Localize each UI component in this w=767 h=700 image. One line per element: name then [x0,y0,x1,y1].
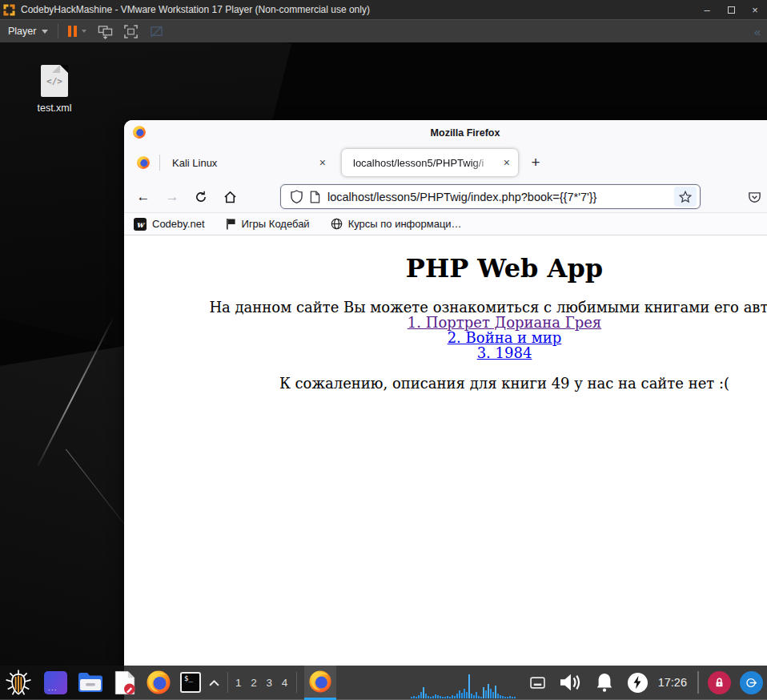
applications-menu-button[interactable] [0,666,37,700]
text-editor-icon [114,670,136,695]
clock[interactable]: 17:26 [658,676,687,689]
file-manager-button[interactable] [78,672,103,693]
page-intro-text: На данном сайте Вы можете ознакомиться с… [124,300,767,315]
terminal-prompt-glyph: $_ [184,674,193,682]
web-page-content: PHP Web App На данном сайте Вы можете оз… [124,235,767,700]
firefox-logo-icon [132,125,147,143]
unity-mode-icon [149,24,164,39]
suspend-options-caret-icon[interactable] [82,30,86,33]
star-icon [679,191,692,203]
vmware-logo-icon [2,3,16,17]
code-glyph: </> [46,76,62,86]
firefox-window-title: Mozilla Firefox [431,127,500,139]
firefox-tab-strip: Kali Linux × localhost/lesson5/PHPTwig/i… [124,145,767,180]
power-manager-icon[interactable] [628,673,648,693]
reload-button[interactable] [189,185,213,208]
volume-icon[interactable] [559,673,581,692]
send-ctrl-alt-del-button[interactable] [98,24,113,39]
bookmark-codeby[interactable]: w Codeby.net [134,218,205,231]
tray-divider [697,671,699,694]
session-menu-button[interactable] [740,671,763,694]
book-link-1[interactable]: 1. Портрет Дориана Грея [124,315,767,330]
tab-separator [159,155,160,171]
tab-kali-linux[interactable]: Kali Linux × [161,149,334,176]
maximize-button[interactable] [719,0,743,19]
firefox-navbar: ← → [124,180,767,213]
terminal-button[interactable]: $_ [180,672,201,693]
suspend-vm-button[interactable] [68,26,77,37]
toolbar-separator [58,24,58,38]
display-tray-icon[interactable] [530,677,545,689]
back-button[interactable]: ← [131,185,155,208]
pocket-button[interactable] [743,187,765,207]
pocket-icon [748,191,761,204]
chevron-down-icon [42,30,48,34]
panel-separator [227,672,228,693]
virtual-machine-icon [98,24,113,39]
vmware-titlebar: CodebyHackMashine - VMware Workstation 1… [0,0,767,19]
notifications-bell-icon[interactable] [595,672,614,693]
firefox-titlebar[interactable]: Mozilla Firefox [124,120,767,145]
tab-label: Kali Linux [172,157,313,169]
lightning-bolt-icon [632,675,643,690]
firefox-view-icon [136,155,151,170]
fullscreen-button[interactable] [123,24,139,39]
firefox-icon [308,670,332,694]
chevron-up-icon [209,679,219,686]
page-title: PHP Web App [124,235,767,284]
workspace-switcher[interactable]: 1 2 3 4 [235,677,291,689]
minimize-button[interactable]: – [695,0,719,19]
desktop-file-label: test.xml [37,103,71,114]
firefox-taskbar-window-button-active[interactable] [304,666,336,700]
url-text[interactable]: localhost/lesson5/PHPTwig/index.php?book… [327,191,674,203]
kali-dragon-icon [5,669,32,696]
blue-app-icon: ... [44,671,67,694]
kali-taskbar: ... $_ [0,666,767,700]
player-menu-label: Player [8,26,36,37]
fullscreen-icon [123,24,139,39]
collapse-toolbar-button[interactable]: « [754,25,759,38]
vmware-window-title: CodebyHackMashine - VMware Workstation 1… [21,4,370,15]
globe-icon [331,218,343,230]
panel-expand-button[interactable] [209,679,219,686]
logout-arrow-icon [745,676,758,690]
vmware-player-window: CodebyHackMashine - VMware Workstation 1… [0,0,767,700]
unity-mode-button-disabled [149,24,164,39]
text-editor-button[interactable] [114,670,136,695]
new-tab-button[interactable]: + [525,152,546,173]
desktop-file-testxml[interactable]: </> test.xml [29,65,80,114]
firefox-window: Mozilla Firefox Kali Linux × localhost/l… [124,120,767,700]
folder-icon [78,672,103,693]
tab-label: localhost/lesson5/PHPTwig/i [353,157,497,169]
bookmark-courses[interactable]: Курсы по информаци… [331,218,462,230]
panel-separator [296,672,297,693]
book-link-3[interactable]: 3. 1984 [124,345,767,360]
padlock-icon [713,676,726,690]
tab-localhost-active[interactable]: localhost/lesson5/PHPTwig/i × [342,149,518,176]
bookmarks-toolbar: w Codeby.net Игры Кодебай Курсы по инфор… [124,213,767,235]
book-link-2[interactable]: 2. Война и мир [124,330,767,345]
xml-file-icon: </> [41,65,68,97]
player-menu[interactable]: Player [8,26,48,37]
maximize-icon [728,6,735,14]
tab-close-icon[interactable]: × [504,157,510,168]
tab-close-icon[interactable]: × [319,157,326,168]
vmware-toolbar: Player « [0,19,767,42]
bookmark-games[interactable]: Игры Кодебай [226,218,310,230]
forward-button-disabled: → [160,185,184,208]
lock-screen-button[interactable] [708,671,731,694]
app-launcher-button[interactable]: ... [44,671,67,694]
home-icon [223,191,237,203]
firefox-launcher-button[interactable] [146,670,171,695]
flag-icon [226,218,236,230]
page-info-icon[interactable] [310,191,320,203]
shield-icon[interactable] [291,190,303,203]
url-bar[interactable]: localhost/lesson5/PHPTwig/index.php?book… [280,184,701,209]
bookmark-label: Курсы по информаци… [348,218,462,230]
close-button[interactable]: × [743,0,767,19]
home-button[interactable] [218,185,242,208]
firefox-icon [146,670,171,695]
bookmark-star-button[interactable] [674,187,697,207]
bookmark-label: Игры Кодебай [242,218,310,230]
firefox-view-button[interactable] [131,151,155,174]
